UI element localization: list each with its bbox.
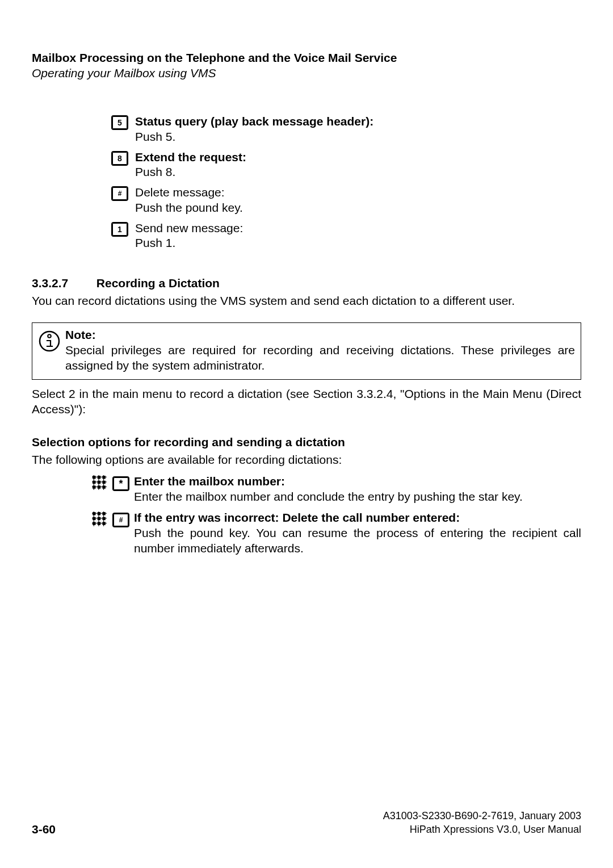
- page-number: 3-60: [32, 823, 56, 836]
- option-row: * Enter the mailbox number: Enter the ma…: [32, 474, 581, 505]
- options-intro: The following options are available for …: [32, 452, 581, 468]
- section-title: Recording a Dictation: [96, 276, 220, 290]
- svg-rect-21: [98, 517, 100, 520]
- footer-doc-id: A31003-S2330-B690-2-7619, January 2003: [383, 810, 581, 823]
- note-body: Special privileges are required for reco…: [65, 343, 575, 372]
- keypad-col: [32, 474, 112, 492]
- keycap-col: *: [112, 474, 134, 491]
- keycap-1-icon: 1: [111, 222, 128, 237]
- option-desc: Enter the mailbox number and conclude th…: [134, 490, 523, 503]
- option-text: Enter the mailbox number: Enter the mail…: [134, 474, 581, 505]
- note-heading: Note:: [65, 328, 96, 341]
- after-note-para: Select 2 in the main menu to record a di…: [32, 387, 581, 417]
- page-footer: 3-60 A31003-S2330-B690-2-7619, January 2…: [32, 810, 581, 836]
- options-list: * Enter the mailbox number: Enter the ma…: [32, 474, 581, 556]
- option-text: If the entry was incorrect: Delete the c…: [134, 510, 581, 556]
- option-label: If the entry was incorrect: Delete the c…: [134, 511, 460, 524]
- info-icon: [38, 330, 65, 355]
- header-title: Mailbox Processing on the Telephone and …: [32, 50, 581, 65]
- step-text: Delete message: Push the pound key.: [135, 185, 581, 215]
- step-text: Extend the request: Push 8.: [135, 150, 581, 180]
- option-desc: Push the pound key. You can resume the p…: [134, 526, 581, 555]
- svg-rect-6: [98, 481, 100, 484]
- step-text: Status query (play back message header):…: [135, 114, 581, 144]
- options-heading: Selection options for recording and send…: [32, 435, 581, 449]
- keycap-5-icon: 5: [111, 115, 128, 130]
- keycap-star-icon: *: [112, 476, 129, 491]
- footer-product: HiPath Xpressions V3.0, User Manual: [383, 823, 581, 836]
- footer-meta: A31003-S2330-B690-2-7619, January 2003 H…: [383, 810, 581, 836]
- option-label: Enter the mailbox number:: [134, 475, 285, 488]
- note-text: Note: Special privileges are required fo…: [65, 328, 575, 374]
- keycap-hash-icon: #: [111, 186, 128, 201]
- header-subtitle: Operating your Mailbox using VMS: [32, 66, 581, 80]
- keycap-col: #: [112, 510, 134, 527]
- page: Mailbox Processing on the Telephone and …: [0, 0, 613, 868]
- step-desc: Push 5.: [135, 130, 175, 143]
- step-desc: Send new message: Push 1.: [135, 221, 243, 249]
- step-text: Send new message: Push 1.: [135, 221, 581, 251]
- step-row: 1 Send new message: Push 1.: [32, 221, 581, 251]
- step-row: 5 Status query (play back message header…: [32, 114, 581, 144]
- keycap-8-icon: 8: [111, 151, 128, 166]
- keypad-icon: [92, 511, 107, 529]
- step-list: 5 Status query (play back message header…: [32, 114, 581, 250]
- keypad-icon: [92, 475, 107, 492]
- keycap-col: #: [32, 185, 135, 201]
- svg-point-1: [48, 334, 51, 338]
- step-desc: Push 8.: [135, 165, 175, 178]
- section-heading: 3.3.2.7 Recording a Dictation: [32, 276, 581, 290]
- step-desc: Delete message: Push the pound key.: [135, 186, 243, 213]
- keycap-col: 8: [32, 150, 135, 166]
- note-box: Note: Special privileges are required fo…: [32, 322, 581, 380]
- keycap-hash-icon: #: [112, 513, 129, 527]
- page-header: Mailbox Processing on the Telephone and …: [32, 50, 581, 80]
- option-row: # If the entry was incorrect: Delete the…: [32, 510, 581, 556]
- keypad-col: [32, 510, 112, 529]
- keycap-col: 1: [32, 221, 135, 237]
- section-intro: You can record dictations using the VMS …: [32, 293, 581, 309]
- keycap-col: 5: [32, 114, 135, 130]
- step-label: Status query (play back message header):: [135, 115, 373, 128]
- step-row: 8 Extend the request: Push 8.: [32, 150, 581, 180]
- step-row: # Delete message: Push the pound key.: [32, 185, 581, 215]
- step-label: Extend the request:: [135, 150, 246, 163]
- section-number: 3.3.2.7: [32, 276, 93, 290]
